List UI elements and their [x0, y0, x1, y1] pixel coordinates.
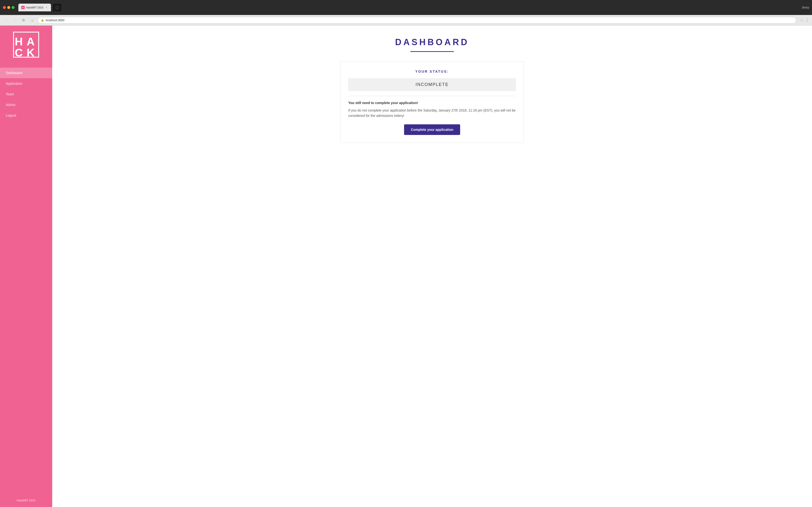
info-text: If you do not complete your application …: [348, 108, 516, 119]
logo-svg: H A C K: [13, 32, 39, 58]
sidebar-label-application: Application: [6, 81, 22, 86]
sidebar-label-dashboard: Dashboard: [6, 71, 22, 75]
back-button[interactable]: ←: [3, 17, 10, 24]
sidebar-item-admin[interactable]: Admin: [0, 100, 52, 110]
browser-chrome: H HackMIT 2015 × □ Jessy: [0, 0, 812, 15]
svg-text:C: C: [15, 46, 22, 58]
maximize-button[interactable]: [12, 6, 14, 9]
tab-title: HackMIT 2015: [26, 6, 43, 9]
sidebar-footer: HackMIT 2015: [0, 494, 52, 507]
sidebar-item-application[interactable]: Application: [0, 78, 52, 89]
sidebar-logo: H A C K: [0, 25, 52, 64]
warning-text: You still need to complete your applicat…: [348, 101, 516, 105]
sidebar-footer-text: HackMIT 2015: [17, 499, 36, 502]
menu-icon[interactable]: ⋮: [805, 18, 809, 22]
minimize-button[interactable]: [7, 6, 10, 9]
sidebar: H A C K Dashboard Application Team Admin: [0, 25, 52, 507]
sidebar-item-team[interactable]: Team: [0, 89, 52, 100]
sidebar-item-logout[interactable]: Logout: [0, 110, 52, 121]
sidebar-item-dashboard[interactable]: Dashboard: [0, 68, 52, 78]
sidebar-nav: Dashboard Application Team Admin Logout: [0, 64, 52, 494]
sidebar-label-admin: Admin: [6, 103, 15, 107]
page-title: DASHBOARD: [62, 37, 802, 47]
status-section-label: YOUR STATUS:: [348, 69, 516, 73]
status-badge: INCOMPLETE: [348, 78, 516, 91]
tab-close-button[interactable]: ×: [45, 6, 48, 9]
home-button[interactable]: ⌂: [29, 17, 36, 24]
active-tab[interactable]: H HackMIT 2015 ×: [18, 4, 51, 11]
address-bar[interactable]: 🔒 localhost:3000: [38, 17, 796, 24]
refresh-button[interactable]: ↻: [20, 17, 27, 24]
app-container: H A C K Dashboard Application Team Admin: [0, 25, 812, 507]
status-card: YOUR STATUS: INCOMPLETE You still need t…: [340, 62, 524, 143]
bookmark-icon[interactable]: ☆: [800, 18, 803, 22]
nav-bar: ← → ↻ ⌂ 🔒 localhost:3000 ☆ ⋮: [0, 15, 812, 25]
lock-icon: 🔒: [41, 18, 44, 22]
new-tab-icon: □: [56, 5, 58, 10]
url-text: localhost:3000: [46, 18, 793, 22]
new-tab[interactable]: □: [53, 4, 61, 11]
close-button[interactable]: [3, 6, 6, 9]
complete-application-button[interactable]: Complete your application: [404, 124, 460, 135]
title-underline: [410, 51, 454, 52]
main-content: DASHBOARD YOUR STATUS: INCOMPLETE You st…: [52, 25, 812, 507]
sidebar-label-team: Team: [6, 92, 14, 96]
cta-container: Complete your application: [348, 124, 516, 135]
svg-text:K: K: [27, 46, 35, 58]
tab-bar: H HackMIT 2015 × □: [18, 4, 800, 11]
forward-button[interactable]: →: [12, 17, 18, 24]
traffic-lights: [3, 6, 14, 9]
svg-text:H: H: [15, 35, 22, 48]
sidebar-label-logout: Logout: [6, 113, 16, 117]
user-label: Jessy: [802, 6, 809, 9]
svg-text:A: A: [27, 35, 34, 48]
status-divider: [348, 96, 516, 96]
tab-favicon: H: [21, 6, 24, 9]
